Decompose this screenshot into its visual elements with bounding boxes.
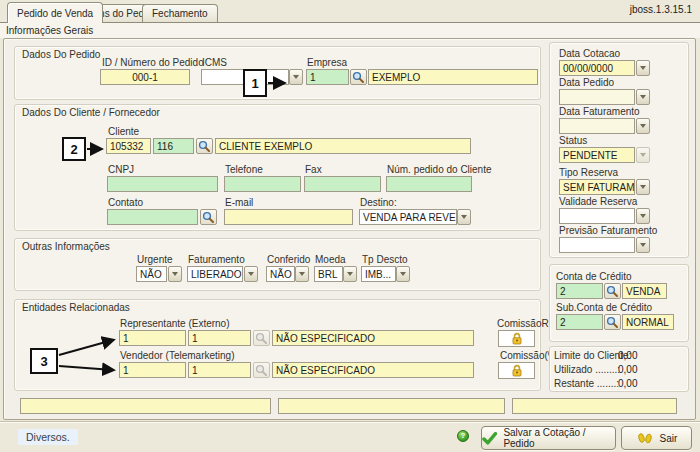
- padlock-icon: [511, 364, 523, 377]
- data-faturamento-field[interactable]: [559, 118, 635, 134]
- sub-conta-code-field[interactable]: 2: [556, 314, 603, 330]
- tp-descto-label: Tp Descto: [362, 254, 408, 265]
- limite-cliente-value: 0,00: [618, 350, 637, 361]
- bottom-field-3[interactable]: [512, 398, 677, 414]
- vendedor-search-button[interactable]: [253, 362, 270, 378]
- telefone-field[interactable]: [224, 176, 301, 192]
- destino-field[interactable]: VENDA PARA REVEN...: [359, 209, 457, 225]
- bottom-field-1[interactable]: [20, 398, 271, 414]
- utilizado-value: 0,00: [618, 364, 637, 375]
- cnpj-field[interactable]: [107, 176, 218, 192]
- cliente-label: Cliente: [108, 126, 139, 137]
- status-dropdown-button: [636, 147, 650, 163]
- vendedor-store-field[interactable]: 1: [188, 362, 251, 378]
- exit-button[interactable]: Sair: [621, 426, 692, 450]
- representante-name-field[interactable]: NÃO ESPECIFICADO: [272, 330, 474, 346]
- tipo-reserva-field[interactable]: SEM FATURAM...: [559, 179, 635, 195]
- chevron-down-icon: [248, 272, 254, 276]
- status-label: Status: [559, 135, 587, 146]
- chevron-down-icon: [299, 272, 305, 276]
- bottom-field-2[interactable]: [278, 398, 505, 414]
- representante-code-field[interactable]: 1: [119, 330, 186, 346]
- conferido-field[interactable]: NÃO: [266, 266, 295, 282]
- tab-pedido-de-venda[interactable]: Pedido de Venda: [7, 2, 103, 23]
- sub-conta-search-button[interactable]: [604, 314, 621, 330]
- previsao-faturamento-dropdown-button[interactable]: [636, 237, 650, 253]
- data-cotacao-field[interactable]: 00/00/0000: [559, 60, 635, 76]
- validade-reserva-field[interactable]: [559, 208, 635, 224]
- footer-divider: [0, 421, 700, 423]
- magnifier-icon: [255, 332, 268, 345]
- moeda-dropdown-button[interactable]: [343, 266, 357, 282]
- chevron-down-icon: [640, 214, 646, 218]
- conferido-dropdown-button[interactable]: [295, 266, 309, 282]
- diversos-button[interactable]: Diversos.: [18, 429, 78, 445]
- urgente-field[interactable]: NÃO: [136, 266, 167, 282]
- vendedor-code-field[interactable]: 1: [119, 362, 186, 378]
- conta-credito-search-button[interactable]: [604, 283, 621, 299]
- data-pedido-dropdown-button[interactable]: [636, 89, 650, 105]
- annotation-marker-3: 3: [30, 348, 58, 374]
- tab-label: Pedido de Venda: [17, 8, 93, 19]
- destino-dropdown-button[interactable]: [457, 209, 471, 225]
- contato-label: Contato: [108, 197, 143, 208]
- save-button[interactable]: Salvar a Cotação / Pedido: [481, 426, 616, 450]
- vendedor-name-field[interactable]: NÃO ESPECIFICADO: [272, 362, 474, 378]
- check-icon: [482, 432, 497, 445]
- chevron-down-icon: [640, 66, 646, 70]
- cliente-store-field[interactable]: 116: [153, 138, 194, 154]
- tipo-reserva-dropdown-button[interactable]: [636, 179, 650, 195]
- moeda-field[interactable]: BRL: [314, 266, 343, 282]
- conta-credito-label: Conta de Crédito: [556, 271, 632, 282]
- data-faturamento-label: Data Faturamento: [559, 106, 640, 117]
- faturamento-dropdown-button[interactable]: [244, 266, 258, 282]
- version-label: jboss.1.3.15.1: [630, 4, 692, 15]
- padlock-icon: [511, 332, 523, 345]
- chevron-down-icon: [640, 124, 646, 128]
- previsao-faturamento-field[interactable]: [559, 237, 635, 253]
- footprints-icon: [636, 431, 654, 445]
- sub-conta-label: Sub.Conta de Crédito: [556, 302, 652, 313]
- cnpj-label: CNPJ: [108, 164, 134, 175]
- comissao-r-lock-button[interactable]: [498, 330, 535, 347]
- cliente-search-button[interactable]: [196, 138, 213, 154]
- empresa-code-field[interactable]: 1: [306, 69, 349, 85]
- telefone-label: Telefone: [225, 164, 263, 175]
- representante-store-field[interactable]: 1: [188, 330, 251, 346]
- pedido-id-field[interactable]: 000-1: [100, 69, 190, 85]
- validade-reserva-dropdown-button[interactable]: [636, 208, 650, 224]
- contato-field[interactable]: [107, 209, 198, 225]
- conta-credito-code-field[interactable]: 2: [556, 283, 603, 299]
- email-field[interactable]: [224, 209, 353, 225]
- fax-field[interactable]: [304, 176, 381, 192]
- comissao-lock-button[interactable]: [498, 362, 535, 379]
- faturamento-field[interactable]: LIBERADO: [187, 266, 243, 282]
- exit-button-label: Sair: [660, 433, 678, 444]
- moeda-label: Moeda: [315, 254, 346, 265]
- help-button[interactable]: ?: [457, 430, 469, 442]
- vendedor-label: Vendedor (Telemarketing): [120, 350, 235, 361]
- tp-descto-field[interactable]: IMB...: [361, 266, 396, 282]
- status-field[interactable]: PENDENTE: [559, 147, 635, 163]
- data-pedido-field[interactable]: [559, 89, 635, 105]
- chevron-down-icon: [640, 185, 646, 189]
- validade-reserva-label: Validade Reserva: [559, 196, 637, 207]
- conta-credito-name-field[interactable]: VENDA: [622, 283, 667, 299]
- previsao-faturamento-label: Previsão Faturamento: [559, 225, 657, 236]
- group-title: Outras Informações: [22, 241, 110, 252]
- cliente-code-field[interactable]: 105332: [106, 138, 151, 154]
- num-pedido-cliente-field[interactable]: [386, 176, 472, 192]
- data-faturamento-dropdown-button[interactable]: [636, 118, 650, 134]
- representante-search-button[interactable]: [253, 330, 270, 346]
- empresa-search-button[interactable]: [350, 69, 367, 85]
- sub-conta-name-field[interactable]: NORMAL: [622, 314, 674, 330]
- cliente-name-field[interactable]: CLIENTE EXEMPLO: [215, 138, 471, 154]
- empresa-name-field[interactable]: EXEMPLO: [368, 69, 538, 85]
- data-cotacao-dropdown-button[interactable]: [636, 60, 650, 76]
- urgente-dropdown-button[interactable]: [168, 266, 182, 282]
- tp-descto-dropdown-button[interactable]: [396, 266, 410, 282]
- contato-search-button[interactable]: [200, 209, 217, 225]
- tab-fechamento[interactable]: Fechamento: [142, 4, 218, 22]
- chevron-down-icon: [400, 272, 406, 276]
- icms-dropdown-button[interactable]: [289, 69, 303, 85]
